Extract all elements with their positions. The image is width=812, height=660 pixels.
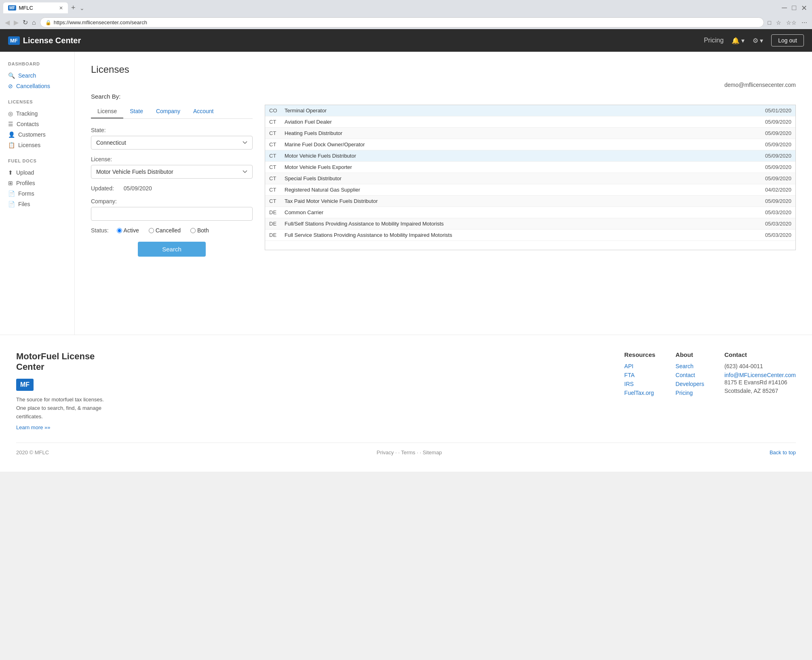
tab-favicon: MF — [8, 5, 16, 11]
sidebar-item-cancellations[interactable]: ⊘ Cancellations — [8, 81, 66, 91]
search-area: License State Company Account State: Con… — [91, 105, 796, 257]
new-tab-button[interactable]: + — [70, 4, 77, 12]
company-input[interactable] — [91, 207, 253, 221]
sidebar-item-upload[interactable]: ⬆ Upload — [8, 167, 66, 178]
logout-button[interactable]: Log out — [771, 34, 804, 46]
terms-link[interactable]: Terms — [398, 449, 415, 455]
result-date: 04/02/2020 — [765, 187, 791, 193]
restore-button[interactable]: □ — [790, 4, 798, 12]
table-row[interactable]: CT Heating Fuels Distributor 05/09/2020 — [265, 128, 795, 139]
copyright: 2020 © MFLC — [16, 449, 49, 455]
browser-tab[interactable]: MF MFLC ✕ — [3, 2, 68, 13]
gear-icon: ⚙ — [753, 37, 758, 44]
table-row[interactable]: CT Marine Fuel Dock Owner/Operator 05/09… — [265, 139, 795, 150]
sidebar-item-customers[interactable]: 👤 Customers — [8, 129, 66, 140]
footer-about-developers-link[interactable]: Developers — [675, 381, 704, 387]
tab-state[interactable]: State — [123, 105, 150, 118]
status-row: Status: Active Cancelled Both — [91, 227, 253, 234]
result-date: 05/03/2020 — [765, 209, 791, 215]
table-row[interactable]: DE Common Carrier 05/03/2020 — [265, 207, 795, 218]
licenses-section-label: LICENSES — [8, 99, 66, 104]
browser-toolbar: ◀ ▶ ↻ ⌂ 🔒 https://www.mflicensecenter.co… — [0, 16, 812, 29]
status-cancelled-radio[interactable]: Cancelled — [149, 227, 181, 234]
home-button[interactable]: ⌂ — [30, 18, 38, 27]
table-row[interactable]: DE Full Service Stations Providing Assis… — [265, 230, 795, 241]
table-row[interactable]: CT Special Fuels Distributor 05/09/2020 — [265, 173, 795, 184]
resources-title: Resources — [624, 351, 656, 358]
logo-badge: MF — [8, 36, 20, 45]
footer-about-contact-link[interactable]: Contact — [675, 372, 704, 378]
license-select[interactable]: Motor Vehicle Fuels Distributor — [91, 165, 253, 179]
table-row[interactable]: CT Motor Vehicle Fuels Exporter 05/09/20… — [265, 162, 795, 173]
back-button[interactable]: ◀ — [3, 18, 11, 27]
search-icon: 🔍 — [8, 72, 15, 79]
result-date: 05/03/2020 — [765, 221, 791, 227]
status-active-radio[interactable]: Active — [117, 227, 139, 234]
contact-phone: (623) 404-0011 — [724, 363, 796, 369]
minimize-button[interactable]: ─ — [780, 4, 789, 12]
table-row[interactable]: CT Aviation Fuel Dealer 05/09/2020 — [265, 116, 795, 128]
footer-contact-col: Contact (623) 404-0011 info@MFLicenseCen… — [724, 351, 796, 430]
result-state: CT — [269, 198, 281, 204]
upload-icon: ⬆ — [8, 169, 13, 176]
sidebar-item-forms[interactable]: 📄 Forms — [8, 188, 66, 199]
result-license: Special Fuels Distributor — [285, 175, 761, 181]
sidebar-item-search[interactable]: 🔍 Search — [8, 70, 66, 81]
sidebar-item-files[interactable]: 📄 Files — [8, 199, 66, 209]
pricing-link[interactable]: Pricing — [704, 37, 723, 44]
address-bar[interactable]: 🔒 https://www.mflicensecenter.com/search — [40, 17, 764, 27]
page-title: Licenses — [91, 64, 796, 75]
footer-fueltax-link[interactable]: FuelTax.org — [624, 390, 656, 396]
sidebar-item-profiles[interactable]: ⊞ Profiles — [8, 178, 66, 188]
refresh-button[interactable]: ↻ — [21, 18, 30, 27]
extensions-button[interactable]: □ — [766, 19, 773, 27]
footer-resources-col: Resources API FTA IRS FuelTax.org — [624, 351, 656, 430]
tab-close-button[interactable]: ✕ — [59, 5, 63, 11]
profiles-icon: ⊞ — [8, 180, 13, 186]
sidebar-item-contacts[interactable]: ☰ Contacts — [8, 119, 66, 129]
browser-actions: □ ☆ ☆☆ ⋯ — [766, 19, 809, 27]
tab-account[interactable]: Account — [187, 105, 220, 118]
forward-button[interactable]: ▶ — [12, 18, 20, 27]
tagline-line2: One place to search, find, & manage cert… — [16, 405, 101, 420]
sidebar-item-licenses[interactable]: 📋 Licenses — [8, 140, 66, 150]
notifications-button[interactable]: 🔔 ▾ — [732, 37, 745, 44]
footer-columns: Resources API FTA IRS FuelTax.org About … — [624, 351, 796, 430]
status-both-radio[interactable]: Both — [190, 227, 209, 234]
address-line2: Scottsdale, AZ 85267 — [724, 388, 778, 394]
settings-menu-button[interactable]: ⋯ — [800, 19, 809, 27]
table-row[interactable]: CT Tax Paid Motor Vehicle Fuels Distribu… — [265, 196, 795, 207]
footer-fta-link[interactable]: FTA — [624, 372, 656, 378]
tab-company[interactable]: Company — [150, 105, 187, 118]
result-license: Motor Vehicle Fuels Exporter — [285, 164, 761, 170]
table-row[interactable]: CO Terminal Operator 05/01/2020 — [265, 105, 795, 116]
settings-button[interactable]: ⚙ ▾ — [753, 37, 763, 44]
bookmarks-bar-button[interactable]: ☆☆ — [785, 19, 798, 27]
url-text: https://www.mflicensecenter.com/search — [54, 19, 759, 25]
footer-about-pricing-link[interactable]: Pricing — [675, 390, 704, 396]
tab-license[interactable]: License — [91, 105, 123, 118]
table-row[interactable]: CT Registered Natural Gas Supplier 04/02… — [265, 184, 795, 196]
footer-irs-link[interactable]: IRS — [624, 381, 656, 387]
table-row[interactable]: CT Motor Vehicle Fuels Distributor 05/09… — [265, 150, 795, 162]
result-date: 05/09/2020 — [765, 130, 791, 136]
privacy-link[interactable]: Privacy — [377, 449, 394, 455]
tagline-line1: The source for motorfuel tax licenses. — [16, 396, 104, 403]
customers-icon: 👤 — [8, 131, 15, 138]
footer-api-link[interactable]: API — [624, 363, 656, 369]
close-button[interactable]: ✕ — [799, 4, 809, 13]
sidebar-item-tracking[interactable]: ◎ Tracking — [8, 108, 66, 119]
sitemap-link[interactable]: Sitemap — [420, 449, 442, 455]
contact-email[interactable]: info@MFLicenseCenter.com — [724, 372, 796, 378]
back-to-top-link[interactable]: Back to top — [770, 449, 796, 455]
table-row[interactable]: DE Full/Self Stations Providing Assistan… — [265, 218, 795, 230]
state-select[interactable]: Connecticut — [91, 136, 253, 150]
tab-title: MFLC — [19, 5, 33, 11]
footer-about-search-link[interactable]: Search — [675, 363, 704, 369]
result-date: 05/09/2020 — [765, 119, 791, 125]
results-panel[interactable]: CO Terminal Operator 05/01/2020 CT Aviat… — [265, 105, 796, 250]
search-button[interactable]: Search — [138, 242, 206, 257]
bookmark-button[interactable]: ☆ — [774, 19, 783, 27]
learn-more-link[interactable]: Learn more — [16, 424, 51, 430]
footer-brand-title: MotorFuel License Center — [16, 351, 121, 372]
